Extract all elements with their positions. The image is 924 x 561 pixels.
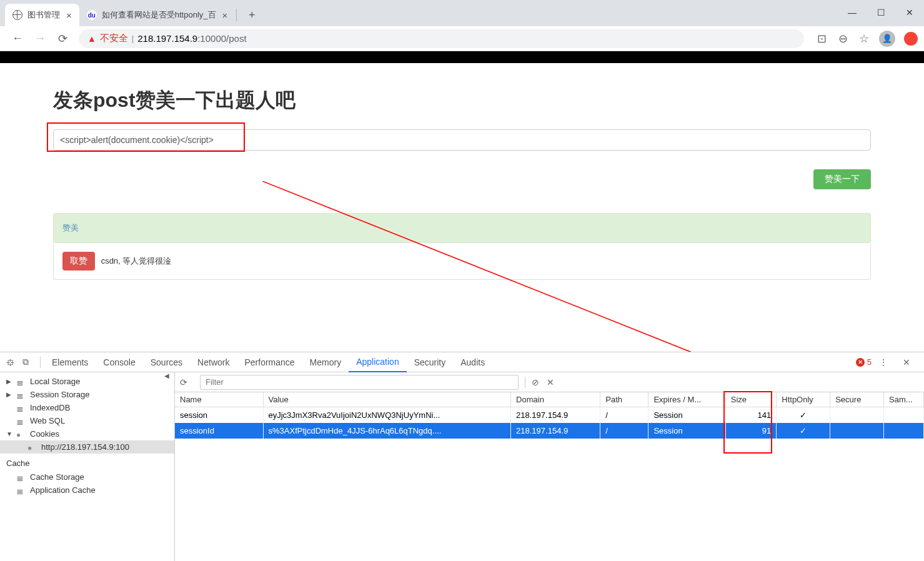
col-value[interactable]: Value — [263, 392, 511, 407]
nav-bar — [0, 51, 924, 63]
close-window-button[interactable]: ✕ — [895, 3, 924, 22]
tab-book-management[interactable]: 图书管理 × — [5, 4, 79, 26]
sidebar-item-cache-storage[interactable]: Cache Storage — [0, 470, 174, 484]
clear-icon[interactable]: ✕ — [547, 377, 554, 387]
globe-icon — [12, 10, 22, 20]
panel-body: 取赞 csdn, 等人觉得很淦 — [53, 243, 871, 280]
cookies-table: Name Value Domain Path Expires / M... Si… — [175, 392, 924, 439]
table-header-row: Name Value Domain Path Expires / M... Si… — [175, 392, 924, 407]
page-title: 发条post赞美一下出题人吧 — [53, 87, 871, 114]
tab-title: 如何查看网站是否受httponly_百 — [102, 9, 216, 21]
table-row[interactable]: sessionId s%3AXfPtjcdDmHde_4JJS-6hrAq6L6… — [175, 423, 924, 439]
filter-bar: ⟳ ⊘ ✕ — [175, 372, 924, 392]
extension-badge-icon[interactable] — [904, 32, 918, 46]
tab-performance[interactable]: Performance — [237, 352, 302, 372]
sidebar-item-websql[interactable]: Web SQL — [0, 414, 174, 427]
sidebar-item-session-storage[interactable]: ▶Session Storage — [0, 388, 174, 401]
url-separator: | — [132, 34, 134, 43]
window-controls: — ☐ ✕ — [838, 0, 924, 25]
separator — [40, 357, 41, 368]
url-text: 218.197.154.9:10000/post — [137, 33, 246, 44]
tab-baidu-httponly[interactable]: du 如何查看网站是否受httponly_百 × — [79, 4, 236, 26]
minimize-button[interactable]: — — [838, 3, 867, 22]
tab-audits[interactable]: Audits — [453, 352, 492, 372]
inspect-icon[interactable]: ⯐ — [6, 357, 15, 367]
sidebar-item-local-storage[interactable]: ▶Local Storage — [0, 375, 174, 388]
address-bar: ← → ⟳ ▲ 不安全 | 218.197.154.9:10000/post ⊡… — [0, 26, 924, 51]
cancel-button[interactable]: 取赞 — [62, 252, 95, 271]
device-toggle-icon[interactable]: ⧉ — [22, 357, 29, 367]
separator — [525, 377, 525, 388]
tab-sources[interactable]: Sources — [143, 352, 190, 372]
unsafe-label: 不安全 — [100, 32, 128, 44]
baidu-icon: du — [87, 10, 97, 20]
col-httponly[interactable]: HttpOnly — [777, 392, 830, 407]
col-path[interactable]: Path — [600, 392, 648, 407]
close-tab-icon[interactable]: × — [66, 10, 72, 21]
devtools-sidebar: ◀ ▶Local Storage ▶Session Storage Indexe… — [0, 372, 175, 561]
sidebar-item-cookies[interactable]: ▼Cookies — [0, 427, 174, 440]
col-expires[interactable]: Expires / M... — [648, 392, 725, 407]
col-samesite[interactable]: Sam... — [884, 392, 924, 407]
alert-success: 赞美 — [53, 213, 871, 243]
alert-link[interactable]: 赞美 — [62, 223, 79, 232]
maximize-button[interactable]: ☐ — [867, 3, 895, 22]
sidebar-heading-cache: Cache — [0, 454, 174, 470]
tab-security[interactable]: Security — [407, 352, 454, 372]
back-button[interactable]: ← — [6, 27, 29, 50]
toolbar-icons: ⊡ ⊖ ☆ 👤 — [815, 31, 918, 47]
submit-button[interactable]: 赞美一下 — [813, 169, 871, 189]
block-icon[interactable]: ⊘ — [532, 377, 539, 387]
close-devtools-icon[interactable]: ✕ — [903, 357, 910, 367]
resize-icon[interactable]: ◀ — [164, 372, 174, 382]
tab-elements[interactable]: Elements — [44, 352, 96, 372]
zoom-out-icon[interactable]: ⊖ — [837, 32, 849, 45]
forward-button[interactable]: → — [29, 27, 51, 50]
devtools-panel: ⯐ ⧉ Elements Console Sources Network Per… — [0, 352, 924, 561]
reload-button[interactable]: ⟳ — [51, 27, 74, 50]
browser-tab-bar: 图书管理 × du 如何查看网站是否受httponly_百 × + — [0, 0, 924, 26]
tab-memory[interactable]: Memory — [302, 352, 349, 372]
error-count[interactable]: ✕5 — [856, 357, 872, 367]
col-domain[interactable]: Domain — [511, 392, 600, 407]
tab-application[interactable]: Application — [349, 352, 407, 372]
more-icon[interactable]: ⋮ — [879, 357, 888, 367]
sidebar-item-cookie-url[interactable]: http://218.197.154.9:100 — [0, 440, 174, 454]
filter-input[interactable] — [200, 375, 519, 390]
col-size[interactable]: Size — [725, 392, 777, 407]
warning-icon: ▲ — [87, 34, 96, 44]
refresh-icon[interactable]: ⟳ — [180, 377, 187, 387]
table-row[interactable]: session eyJjc3JmX3Rva2VuIjoiN2UxNWQ3NjUy… — [175, 407, 924, 424]
page-content: 发条post赞美一下出题人吧 赞美一下 赞美 取赞 csdn, 等人觉得很淦 — [0, 51, 924, 280]
panel-text: csdn, 等人觉得很淦 — [101, 256, 172, 266]
col-secure[interactable]: Secure — [830, 392, 884, 407]
new-tab-button[interactable]: + — [243, 6, 261, 24]
profile-icon[interactable]: 👤 — [879, 31, 895, 47]
devtools-main: ⟳ ⊘ ✕ Name Value Domain Path — [175, 372, 924, 561]
sidebar-item-indexeddb[interactable]: IndexedDB — [0, 401, 174, 414]
sidebar-item-app-cache[interactable]: Application Cache — [0, 484, 174, 497]
post-input[interactable] — [53, 129, 871, 151]
tab-network[interactable]: Network — [190, 352, 237, 372]
star-icon[interactable]: ☆ — [858, 32, 870, 45]
translate-icon[interactable]: ⊡ — [815, 32, 828, 45]
tab-separator — [236, 9, 237, 21]
col-name[interactable]: Name — [175, 392, 263, 407]
devtools-tabs: ⯐ ⧉ Elements Console Sources Network Per… — [0, 352, 924, 372]
tab-console[interactable]: Console — [96, 352, 142, 372]
close-tab-icon[interactable]: × — [222, 10, 228, 21]
url-input[interactable]: ▲ 不安全 | 218.197.154.9:10000/post — [79, 29, 804, 48]
tab-title: 图书管理 — [27, 9, 60, 21]
